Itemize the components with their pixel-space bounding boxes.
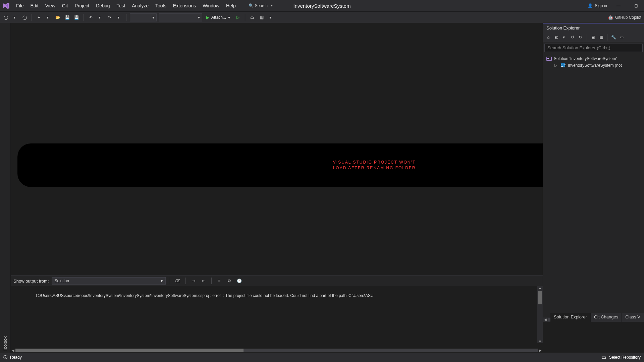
minimize-button[interactable]: — bbox=[612, 3, 625, 8]
sign-in-button[interactable]: 👤 Sign in bbox=[588, 3, 607, 8]
new-project-button[interactable]: ✦ bbox=[35, 14, 43, 21]
save-all-button[interactable]: 💾 bbox=[73, 14, 80, 21]
sol-show-all-button[interactable]: ▦ bbox=[598, 34, 604, 41]
open-file-button[interactable]: 📂 bbox=[54, 14, 61, 21]
sign-in-label: Sign in bbox=[595, 3, 607, 8]
toolbox-tab[interactable]: Toolbox bbox=[3, 25, 8, 353]
separator bbox=[607, 34, 607, 41]
menu-git[interactable]: Git bbox=[59, 1, 71, 10]
scroll-left-arrow-icon: ◀ bbox=[543, 318, 548, 321]
attach-debugger-button[interactable]: ▶ Attach... ▾ bbox=[204, 13, 232, 21]
tab-git-changes[interactable]: Git Changes bbox=[591, 313, 622, 322]
undo-dropdown[interactable]: ▾ bbox=[97, 14, 104, 21]
output-toolbar: Show output from: Solution ▾ ⌫ ⇥ ⇤ ≡ ⚙ 🕘 bbox=[11, 276, 543, 286]
menu-window[interactable]: Window bbox=[199, 1, 223, 10]
sol-collapse-button[interactable]: ▣ bbox=[590, 34, 596, 41]
output-from-label: Show output from: bbox=[13, 279, 49, 284]
scroll-track[interactable] bbox=[15, 349, 538, 352]
redo-button[interactable]: ↷ bbox=[106, 14, 113, 21]
chevron-down-icon: ▾ bbox=[152, 15, 154, 20]
sol-switch-views-dropdown[interactable]: ▾ bbox=[561, 34, 568, 41]
copilot-label: GitHub Copilot bbox=[615, 15, 641, 20]
solution-search-input[interactable]: Search Solution Explorer (Ctrl+;) bbox=[544, 44, 643, 52]
step-button[interactable]: ▷ bbox=[234, 14, 241, 21]
output-clear-button[interactable]: ⌫ bbox=[174, 277, 181, 285]
window-layout-dropdown[interactable]: ▾ bbox=[267, 14, 275, 21]
sol-properties-button[interactable]: 🔧 bbox=[610, 34, 617, 41]
output-wordwrap-button[interactable]: ≡ bbox=[216, 277, 223, 285]
nav-back-dropdown[interactable]: ▾ bbox=[11, 14, 19, 21]
scroll-thumb[interactable] bbox=[538, 291, 542, 304]
save-button[interactable]: 💾 bbox=[63, 14, 71, 21]
github-copilot-button[interactable]: 🤖 GitHub Copilot bbox=[608, 15, 641, 20]
menu-help[interactable]: Help bbox=[223, 1, 239, 10]
svg-text:C#: C# bbox=[560, 63, 566, 68]
solution-platform-combo[interactable]: ▾ bbox=[159, 13, 202, 21]
attach-label: Attach... bbox=[211, 15, 226, 20]
menu-project[interactable]: Project bbox=[71, 1, 93, 10]
maximize-button[interactable]: ▢ bbox=[630, 3, 642, 8]
expander-icon[interactable]: ▷ bbox=[554, 63, 558, 68]
select-repository-button[interactable]: Select Repository bbox=[609, 355, 641, 360]
play-icon: ▶ bbox=[206, 15, 209, 20]
solution-root-label: Solution 'InventorySoftwareSystem' bbox=[554, 56, 617, 61]
output-vertical-scrollbar[interactable]: ▲ ▼ bbox=[537, 286, 543, 343]
output-horizontal-scrollbar[interactable]: ◀ ▶ bbox=[11, 348, 543, 353]
new-project-dropdown[interactable]: ▾ bbox=[45, 14, 52, 21]
scroll-down-arrow-icon: ▼ bbox=[538, 340, 542, 343]
separator bbox=[211, 278, 212, 284]
separator bbox=[170, 278, 170, 284]
header-right: 👤 Sign in — ▢ bbox=[588, 3, 642, 8]
right-panel-tabs: Solution Explorer Git Changes Class V bbox=[550, 313, 644, 322]
solution-config-combo[interactable]: ▾ bbox=[130, 13, 157, 21]
output-history-button[interactable]: 🕘 bbox=[236, 277, 243, 285]
sol-preview-button[interactable]: ▭ bbox=[618, 34, 625, 41]
solution-icon bbox=[546, 56, 552, 61]
scroll-right-arrow-icon: ▶ bbox=[538, 349, 543, 352]
menu-debug[interactable]: Debug bbox=[93, 1, 113, 10]
separator bbox=[185, 278, 186, 284]
solution-explorer-title: Solution Explorer bbox=[543, 23, 644, 33]
menu-analyze[interactable]: Analyze bbox=[128, 1, 152, 10]
menu-view[interactable]: View bbox=[42, 1, 59, 10]
sol-sync-button[interactable]: ⟳ bbox=[577, 34, 584, 41]
csproj-icon: C# bbox=[560, 63, 566, 68]
menu-tools[interactable]: Tools bbox=[152, 1, 170, 10]
nav-back-button[interactable]: ◯ bbox=[2, 14, 9, 21]
sol-pending-button[interactable]: ↺ bbox=[569, 34, 576, 41]
svg-rect-1 bbox=[547, 58, 549, 59]
redo-dropdown[interactable]: ▾ bbox=[115, 14, 123, 21]
separator bbox=[32, 14, 32, 21]
undo-button[interactable]: ↶ bbox=[87, 14, 95, 21]
chevron-down-icon: ▾ bbox=[228, 15, 230, 20]
menu-edit[interactable]: Edit bbox=[27, 1, 42, 10]
output-source-combo[interactable]: Solution ▾ bbox=[52, 277, 166, 285]
output-tools-button[interactable]: ⚙ bbox=[226, 277, 233, 285]
sol-switch-views-button[interactable]: ◐ bbox=[553, 34, 560, 41]
browse-button[interactable]: 🗀 bbox=[249, 14, 256, 21]
status-ready: Ready bbox=[10, 355, 22, 360]
tab-class-view[interactable]: Class V bbox=[622, 313, 644, 322]
window-layout-button[interactable]: ▦ bbox=[258, 14, 265, 21]
scroll-thumb[interactable] bbox=[15, 349, 244, 352]
nav-fwd-button[interactable]: ◯ bbox=[21, 14, 28, 21]
sol-home-button[interactable]: ⌂ bbox=[545, 34, 552, 41]
scroll-up-arrow-icon: ▲ bbox=[538, 286, 542, 290]
person-icon: 👤 bbox=[588, 3, 593, 8]
output-toggle2-button[interactable]: ⇤ bbox=[200, 277, 207, 285]
project-node[interactable]: ▷ C# InventorySoftwareSystem (not bbox=[544, 62, 643, 69]
tab-solution-explorer[interactable]: Solution Explorer bbox=[550, 313, 591, 322]
status-bar: ⓘ Ready 🗃 Select Repository bbox=[0, 353, 644, 362]
menu-extensions[interactable]: Extensions bbox=[170, 1, 199, 10]
separator bbox=[587, 34, 587, 41]
separator bbox=[126, 14, 126, 21]
output-toggle1-button[interactable]: ⇥ bbox=[190, 277, 197, 285]
menu-test[interactable]: Test bbox=[113, 1, 129, 10]
output-body[interactable]: C:\Users\ASUS\source\repos\InventorySyst… bbox=[11, 286, 543, 348]
solution-root-node[interactable]: Solution 'InventorySoftwareSystem' bbox=[544, 55, 643, 62]
project-node-label: InventorySoftwareSystem (not bbox=[568, 63, 622, 68]
global-search[interactable]: 🔍 Search ▾ bbox=[246, 2, 275, 9]
menu-file[interactable]: File bbox=[13, 1, 27, 10]
solution-explorer-panel: Solution Explorer ⌂ ◐ ▾ ↺ ⟳ ▣ ▦ 🔧 ▭ Sear… bbox=[543, 23, 644, 322]
output-source-value: Solution bbox=[55, 279, 69, 283]
